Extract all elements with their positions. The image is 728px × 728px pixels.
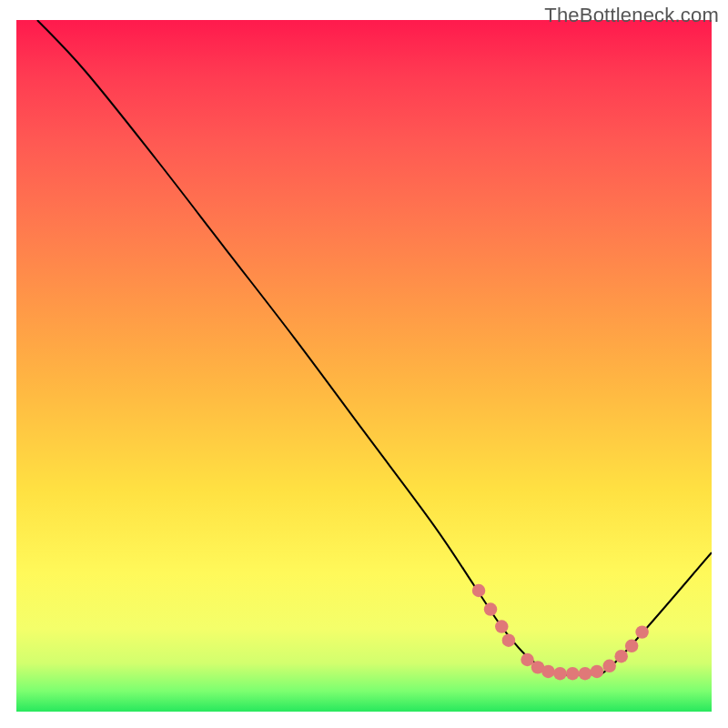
highlight-dot <box>495 620 509 632</box>
highlight-dot <box>602 660 616 672</box>
highlight-dot <box>614 650 628 662</box>
highlight-dot <box>579 667 592 680</box>
highlight-dots-group <box>472 584 649 681</box>
highlight-dot <box>635 625 649 638</box>
chart-container: TheBottleneck.com <box>0 0 728 728</box>
plot-area <box>16 20 712 712</box>
highlight-dot <box>472 584 486 597</box>
highlight-dot <box>553 667 567 680</box>
watermark-text: TheBottleneck.com <box>544 4 719 27</box>
highlight-dot <box>625 640 639 652</box>
curve-svg <box>16 20 712 712</box>
bottleneck-curve <box>37 20 712 676</box>
highlight-dot <box>502 634 516 647</box>
highlight-dot <box>566 667 580 680</box>
highlight-dot <box>541 665 555 678</box>
highlight-dot <box>484 602 498 615</box>
highlight-dot <box>591 665 604 678</box>
